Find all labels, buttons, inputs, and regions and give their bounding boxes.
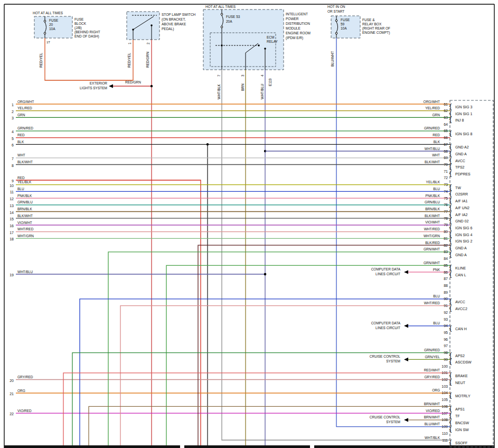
pin-number-103: 103 <box>441 385 448 388</box>
wire-stub-red-wht <box>63 373 450 445</box>
relay-contact <box>221 44 223 46</box>
ipdm-caption: DISTRIBUTION <box>286 22 310 25</box>
fuse-block-caption: (J/B) <box>74 26 82 30</box>
system-arrow-icon <box>404 270 408 274</box>
pin-signal-label: A/F UN2 <box>455 206 469 210</box>
pin-color-label: BLU <box>433 187 440 191</box>
pin-color-label: GRN/YEL <box>425 355 440 359</box>
pin-color-label: BRN/BLK <box>425 207 440 211</box>
switch-contact <box>151 24 153 26</box>
system-annotation: CRUISE CONTROL <box>370 415 401 419</box>
pin-number-101: 101 <box>441 371 448 375</box>
pin-color-label: BLU <box>433 321 440 325</box>
pin-number-68: 68 <box>444 150 448 153</box>
row-number-16: 16 <box>10 224 14 228</box>
vertical-wire-label: 7 <box>217 74 221 77</box>
pin-number-81: 81 <box>444 237 448 240</box>
pin-signal-label: BNCSW <box>455 421 469 425</box>
system-annotation: LINES CIRCUIT <box>375 272 400 276</box>
row-color-label: ORG <box>17 389 25 393</box>
pin-group-brace: { <box>449 324 452 332</box>
pin-color-label: VIO/RED <box>426 409 440 413</box>
pin-signal-label: IGN SIG 2 <box>455 239 472 243</box>
wire-stub-brn-wht <box>89 406 450 445</box>
pin-color-label: GRN <box>433 113 440 117</box>
pin-signal-label: AVCC2 <box>455 307 467 311</box>
pin-color-label: GRN/WHT <box>424 247 440 251</box>
pin-number-61: 61 <box>444 102 448 106</box>
row-color-label: WHT/RED <box>17 227 34 231</box>
pin-color-label: YEL/RED <box>425 106 440 110</box>
pin-signal-label: GND A <box>455 152 467 156</box>
pin-number-96: 96 <box>444 338 448 341</box>
vertical-wire-label: BLU/WHT <box>331 51 334 67</box>
exterior-lights-arrow-icon <box>109 84 113 88</box>
pin-signal-label: SSOFF <box>455 441 467 445</box>
pin-number-83: 83 <box>444 250 448 254</box>
pin-color-label: BLK/WHT <box>425 160 440 164</box>
pin-group-brace: { <box>449 270 452 278</box>
pin-color-label: WHT <box>432 153 440 157</box>
pin-color-label: ORG/WHT <box>424 100 440 104</box>
pin-number-107: 107 <box>441 412 448 415</box>
ecm-relay-label: RELAY <box>267 40 278 43</box>
row-number-4: 4 <box>12 130 14 134</box>
pin-number-71: 71 <box>444 170 448 173</box>
system-annotation: COMPUTER DATA <box>371 267 401 271</box>
switch-contact <box>132 29 134 31</box>
stop-lamp-switch-caption: STOP LAMP SWITCH <box>162 13 196 16</box>
row-color-label: BLK/WHT <box>17 214 33 218</box>
pin-number-100: 100 <box>441 365 448 368</box>
fuse-block-caption: END OF DASH) <box>74 34 99 39</box>
pin-color-label: WHT/BLK <box>425 436 440 440</box>
pin-color-label: BLU/WHT <box>425 422 440 426</box>
fuse-relay-box-caption: FUSE & <box>362 18 375 22</box>
pin-number-80: 80 <box>444 230 448 234</box>
pin-group-brace: { <box>449 115 452 123</box>
pin-signal-label: ASCDSW <box>455 360 472 364</box>
pin-signal-label: O2SRR <box>455 192 468 196</box>
pin-group-brace: { <box>449 169 452 177</box>
pin-color-label: WHT/GRN <box>424 234 440 238</box>
pin-number-84: 84 <box>444 257 448 260</box>
pin-number-87: 87 <box>444 277 448 281</box>
pin-signal-label: BRAKE <box>455 374 468 378</box>
fuse-53-terminal <box>221 13 223 15</box>
row-color-label: GRN/RED <box>17 126 33 130</box>
pin-color-label: GRY/RED <box>425 375 440 379</box>
pin-number-111: 111 <box>442 438 448 442</box>
row-color-label: WHT/GRN <box>17 234 34 238</box>
stop-lamp-switch-box <box>127 12 159 40</box>
pin-number-69: 69 <box>444 156 448 160</box>
vertical-wire-label: E119 <box>268 78 272 86</box>
system-annotation: SYSTEM <box>386 359 400 363</box>
row-number-22: 22 <box>10 412 14 416</box>
pin-number-93: 93 <box>444 318 448 321</box>
pin-number-98: 98 <box>444 351 448 354</box>
row-color-label: WHT <box>17 153 25 157</box>
pin-color-label: PNK/BLK <box>426 194 440 198</box>
row-color-label: RED <box>17 133 25 137</box>
ipdm-caption: POWER <box>286 17 299 21</box>
fuse-59-label: 59 <box>341 22 345 26</box>
pin-number-63: 63 <box>444 116 448 119</box>
fuse-20-label: 20 <box>49 23 53 26</box>
row-color-label: PNK/BLK <box>17 194 32 198</box>
ipdm-caption: MODULE <box>286 26 300 30</box>
row-number-12: 12 <box>10 197 14 201</box>
hot-at-all-times-label: HOT AT ALL TIMES <box>205 5 236 8</box>
pin-signal-label: GND A <box>455 246 467 250</box>
row-number-2: 2 <box>12 110 14 114</box>
row-color-label: GRY/RED <box>17 375 33 379</box>
wire-stub-grn-wht <box>166 265 450 445</box>
system-arrow-icon <box>404 324 408 328</box>
ipdm-caption: INTELLIGENT <box>286 12 308 16</box>
pin-group-brace: { <box>449 250 452 258</box>
pin-signal-label: CAN H <box>455 327 467 331</box>
fuse-59-label: FUSE <box>341 18 350 22</box>
pin-signal-label: CAN L <box>455 273 466 277</box>
pin-number-85: 85 <box>444 264 448 267</box>
pin-signal-label: IGN SIG 8 <box>455 132 472 136</box>
pin-signal-label: IGN SIG 4 <box>455 233 472 237</box>
ipdm-caption: (IPDM E/R) <box>286 36 303 40</box>
